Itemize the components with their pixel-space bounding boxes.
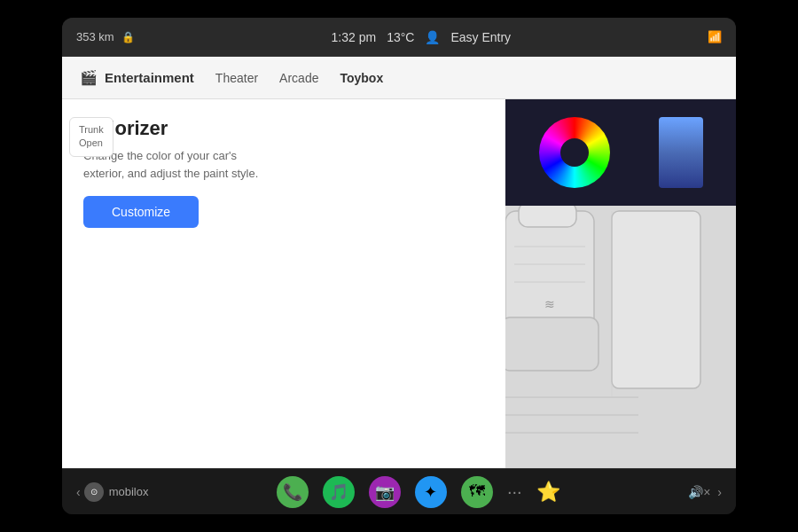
arcade-tab[interactable]: Arcade [279,67,318,89]
svg-text:≋: ≋ [544,297,555,311]
entertainment-label: Entertainment [105,70,194,85]
spotify-icon[interactable]: 🎵 [323,476,355,508]
volume-icon[interactable]: 🔊× [688,485,710,499]
customize-button[interactable]: Customize [83,196,199,228]
camera-icon[interactable]: 📷 [369,476,401,508]
lock-icon: 🔒 [121,31,135,43]
taskbar-left: ‹ ⊙ mobilox [76,482,148,502]
temperature-display: 13°C [387,30,414,44]
mobilox-logo: ⊙ mobilox [84,482,149,502]
status-bar: 353 km 🔒 1:32 pm 13°C 👤 Easy Entry 📶 [62,18,736,57]
left-panel: Colorizer Change the color of your car's… [62,99,505,468]
mobilox-circle-icon: ⊙ [84,482,104,502]
entertainment-section[interactable]: 🎬 Entertainment [80,69,194,86]
time-display: 1:32 pm [332,30,377,44]
svg-rect-25 [519,202,576,227]
taskbar-center: 📞 🎵 📷 ✦ 🗺 ··· ⭐ [277,476,560,508]
colorizer-title: Colorizer [83,117,484,140]
entertainment-icon: 🎬 [80,69,98,86]
taskbar: ‹ ⊙ mobilox 📞 🎵 📷 ✦ 🗺 ··· ⭐ 🔊× › [62,468,736,514]
svg-rect-32 [612,211,700,388]
bluetooth-icon[interactable]: ✦ [415,476,447,508]
taskbar-right: 🔊× › [688,485,722,499]
signal-icon: 📶 [708,30,722,43]
phone-icon[interactable]: 📞 [277,476,309,508]
trunk-indicator: Trunk Open [69,117,113,157]
theater-tab[interactable]: Theater [215,67,258,89]
svg-rect-24 [501,317,598,371]
content-area: Trunk Open Colorizer Change the color of… [62,99,736,468]
more-dots-icon[interactable]: ··· [507,481,522,502]
mobilox-label: mobilox [109,485,149,498]
color-gradient[interactable] [659,117,703,188]
nav-bar: 🎬 Entertainment Theater Arcade Toybox [62,57,736,99]
maps-icon[interactable]: 🗺 [461,476,493,508]
color-wheel[interactable] [539,117,610,188]
svg-rect-23 [505,211,594,335]
profile-icon: 👤 [425,30,440,44]
profile-label: Easy Entry [450,30,511,44]
trunk-label: Trunk [79,123,104,137]
main-content: 🎬 Entertainment Theater Arcade Toybox Tr… [62,57,736,468]
range-display: 353 km [76,30,114,43]
status-right: 📶 [708,30,722,43]
right-arrow[interactable]: › [717,485,722,499]
color-picker-panel [505,99,736,206]
status-left: 353 km 🔒 [76,30,135,43]
status-center: 1:32 pm 13°C 👤 Easy Entry [332,30,512,44]
toybox-tab[interactable]: Toybox [340,67,383,89]
left-arrow[interactable]: ‹ [76,485,81,499]
trunk-status: Open [79,137,104,150]
main-screen: 353 km 🔒 1:32 pm 13°C 👤 Easy Entry 📶 🎬 E… [62,18,736,514]
star-icon[interactable]: ⭐ [536,481,560,504]
